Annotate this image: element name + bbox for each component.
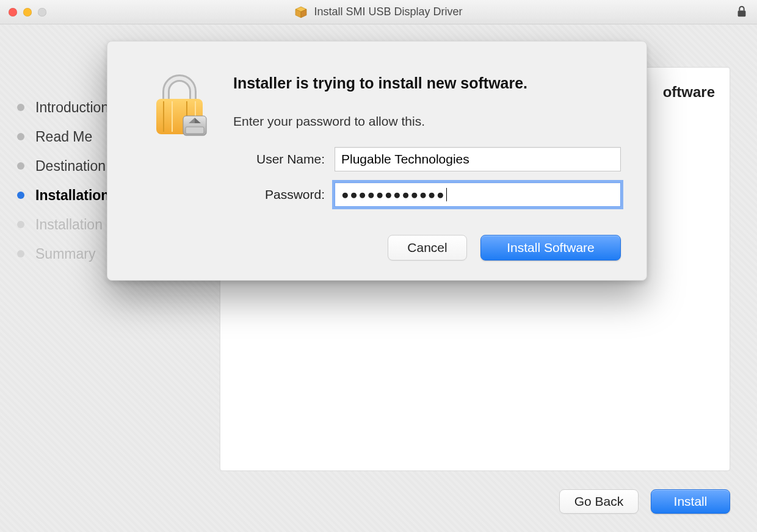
window-controls xyxy=(9,8,46,16)
step-dot-icon xyxy=(17,250,24,257)
zoom-window-button[interactable] xyxy=(38,8,46,16)
step-dot-icon xyxy=(17,192,24,199)
authentication-dialog: Installer is trying to install new softw… xyxy=(107,41,647,281)
username-label: User Name: xyxy=(233,152,325,167)
text-caret xyxy=(446,188,447,201)
auth-dialog-body: Installer is trying to install new softw… xyxy=(233,71,621,261)
install-software-button-label: Install Software xyxy=(507,240,595,255)
auth-dialog-buttons: Cancel Install Software xyxy=(233,235,621,261)
install-software-button[interactable]: Install Software xyxy=(480,235,621,261)
svg-marker-2 xyxy=(301,9,306,18)
package-icon xyxy=(294,5,308,19)
install-button[interactable]: Install xyxy=(651,489,730,514)
close-window-button[interactable] xyxy=(9,8,17,16)
svg-rect-3 xyxy=(738,10,746,16)
step-dot-icon xyxy=(17,221,24,228)
auth-heading: Installer is trying to install new softw… xyxy=(233,74,621,92)
install-button-label: Install xyxy=(674,494,708,509)
password-mask: ●●●●●●●●●●●● xyxy=(341,187,445,202)
username-input[interactable] xyxy=(335,147,621,171)
lock-icon xyxy=(735,5,748,18)
step-label: Introduction xyxy=(35,101,109,115)
username-row: User Name: xyxy=(233,147,621,171)
window-title-area: Install SMI USB Display Driver xyxy=(0,5,757,19)
window-body: oftware Introduction Read Me Destination… xyxy=(0,24,757,532)
minimize-window-button[interactable] xyxy=(23,8,32,16)
password-label: Password: xyxy=(233,187,325,202)
svg-rect-12 xyxy=(186,127,204,134)
auth-subtext: Enter your password to allow this. xyxy=(233,114,621,129)
password-row: Password: ●●●●●●●●●●●● xyxy=(233,182,621,207)
titlebar: Install SMI USB Display Driver xyxy=(0,0,757,24)
svg-marker-1 xyxy=(296,9,302,18)
step-label: Summary xyxy=(35,247,95,261)
step-dot-icon xyxy=(17,133,24,140)
security-lock-icon xyxy=(143,67,216,140)
password-input[interactable]: ●●●●●●●●●●●● xyxy=(335,182,621,207)
step-dot-icon xyxy=(17,162,24,170)
cancel-button-label: Cancel xyxy=(407,240,447,255)
svg-marker-0 xyxy=(296,7,307,12)
footer-buttons: Go Back Install xyxy=(559,489,730,514)
cancel-button[interactable]: Cancel xyxy=(388,235,467,261)
step-label: Installation xyxy=(35,218,103,232)
window-title: Install SMI USB Display Driver xyxy=(314,5,462,18)
go-back-button-label: Go Back xyxy=(574,494,624,509)
go-back-button[interactable]: Go Back xyxy=(559,489,639,514)
step-label: Read Me xyxy=(35,130,92,144)
step-dot-icon xyxy=(17,104,24,111)
